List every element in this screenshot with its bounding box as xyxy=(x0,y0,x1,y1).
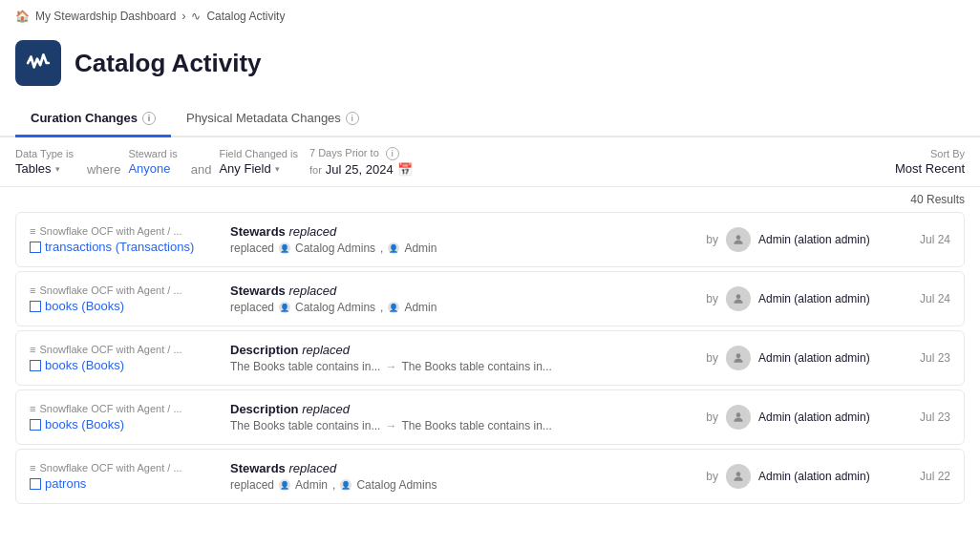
source-path-text: Snowflake OCF with Agent / ... xyxy=(39,225,181,237)
filter-steward-label: Steward is xyxy=(128,148,177,159)
svg-point-3 xyxy=(736,412,741,417)
tab-physical-info[interactable]: i xyxy=(346,112,359,125)
change-detail: replaced 👤 Admin , 👤 Catalog Admins xyxy=(230,478,683,492)
by-name: Admin (alation admin) xyxy=(758,470,870,483)
tab-curation[interactable]: Curation Changes i xyxy=(15,101,171,137)
table-grid-icon xyxy=(30,478,41,490)
schema-icon: ≡ xyxy=(30,284,35,296)
filter-data-type-value: Tables xyxy=(15,161,52,176)
breadcrumb-current: Catalog Activity xyxy=(206,10,285,23)
activity-by: by Admin (alation admin) xyxy=(692,286,884,311)
filter-period-info[interactable]: i xyxy=(386,147,399,160)
table-link[interactable]: transactions (Transactions) xyxy=(30,240,221,254)
table-name: patrons xyxy=(45,476,86,491)
source-path: ≡ Snowflake OCF with Agent / ... xyxy=(30,225,221,237)
arrow-icon: → xyxy=(385,419,396,432)
by-label: by xyxy=(706,410,718,424)
home-icon: 🏠 xyxy=(15,10,30,23)
by-label: by xyxy=(706,292,718,305)
page-title: Catalog Activity xyxy=(75,49,262,78)
change-field-name: Stewards xyxy=(230,461,286,475)
filter-field-dropdown[interactable]: Any Field ▾ xyxy=(219,161,298,176)
tabs-container: Curation Changes i Physical Metadata Cha… xyxy=(0,101,980,137)
filter-field-value: Any Field xyxy=(219,161,270,176)
avatar xyxy=(726,286,751,311)
source-path-text: Snowflake OCF with Agent / ... xyxy=(39,344,181,355)
results-count: 40 Results xyxy=(910,193,965,206)
filter-steward: Steward is Anyone xyxy=(128,148,177,176)
change-detail: The Books table contains in... → The Boo… xyxy=(230,360,683,373)
avatar-icon xyxy=(732,470,745,483)
activity-date: Jul 23 xyxy=(893,351,950,365)
activity-change: Stewards replaced replaced 👤 Catalog Adm… xyxy=(230,224,683,255)
user-icon-0: 👤 xyxy=(279,302,290,313)
tab-physical[interactable]: Physical Metadata Changes i xyxy=(171,101,374,137)
avatar xyxy=(726,346,751,370)
filter-date-group: 7 Days Prior to i for Jul 25, 2024 📅 xyxy=(309,147,418,177)
activity-source: ≡ Snowflake OCF with Agent / ... books (… xyxy=(30,344,221,372)
activity-date: Jul 24 xyxy=(893,292,950,305)
change-from: The Books table contains in... xyxy=(230,419,380,432)
activity-by: by Admin (alation admin) xyxy=(692,227,884,252)
filter-field-label: Field Changed is xyxy=(219,148,298,159)
filter-steward-value[interactable]: Anyone xyxy=(128,161,177,176)
table-link[interactable]: patrons xyxy=(30,476,221,491)
svg-point-2 xyxy=(736,353,741,358)
tab-physical-label: Physical Metadata Changes xyxy=(186,111,341,125)
source-path: ≡ Snowflake OCF with Agent / ... xyxy=(30,344,221,355)
activity-date: Jul 22 xyxy=(893,470,950,483)
by-name: Admin (alation admin) xyxy=(758,233,870,246)
schema-icon: ≡ xyxy=(30,403,35,414)
table-link[interactable]: books (Books) xyxy=(30,358,221,372)
activity-row: ≡ Snowflake OCF with Agent / ... transac… xyxy=(15,212,965,267)
breadcrumb: 🏠 My Stewardship Dashboard › ∿ Catalog A… xyxy=(0,0,980,29)
table-link[interactable]: books (Books) xyxy=(30,417,221,431)
filter-date-picker[interactable]: Jul 25, 2024 📅 xyxy=(326,162,413,177)
user-icon-0: 👤 xyxy=(279,242,290,254)
table-grid-icon xyxy=(30,242,41,253)
breadcrumb-home-link[interactable]: My Stewardship Dashboard xyxy=(35,10,176,23)
activity-source: ≡ Snowflake OCF with Agent / ... books (… xyxy=(30,403,221,431)
filter-period: 7 Days Prior to i for Jul 25, 2024 📅 xyxy=(309,147,413,177)
activity-row: ≡ Snowflake OCF with Agent / ... books (… xyxy=(15,389,965,445)
avatar-icon xyxy=(732,292,745,305)
change-person-0: Admin xyxy=(295,478,328,492)
table-link[interactable]: books (Books) xyxy=(30,299,221,313)
change-field-name: Stewards xyxy=(230,284,286,298)
breadcrumb-separator: › xyxy=(181,10,185,23)
page-icon-wrapper xyxy=(15,40,61,86)
results-bar: 40 Results xyxy=(0,187,980,212)
filter-period-label: 7 Days Prior to i xyxy=(309,147,413,160)
filter-data-type-label: Data Type is xyxy=(15,148,74,159)
activity-change: Description replaced The Books table con… xyxy=(230,343,683,373)
table-name: books (Books) xyxy=(45,358,124,372)
activity-change: Stewards replaced replaced 👤 Catalog Adm… xyxy=(230,284,683,314)
tab-curation-info[interactable]: i xyxy=(142,112,156,125)
page-header: Catalog Activity xyxy=(0,29,980,101)
activity-source: ≡ Snowflake OCF with Agent / ... patrons xyxy=(30,462,221,491)
user-icon-1: 👤 xyxy=(340,479,352,491)
svg-point-4 xyxy=(736,472,741,476)
change-action-replaced: replaced xyxy=(230,301,274,314)
activity-date: Jul 23 xyxy=(893,410,950,424)
schema-icon: ≡ xyxy=(30,462,35,473)
source-path-text: Snowflake OCF with Agent / ... xyxy=(39,462,181,473)
change-action: replaced xyxy=(302,402,350,416)
filter-data-type-dropdown[interactable]: Tables ▾ xyxy=(15,161,74,176)
activity-date: Jul 24 xyxy=(893,233,950,246)
sort-value[interactable]: Most Recent xyxy=(895,161,965,176)
avatar-icon xyxy=(732,410,745,424)
filter-field: Field Changed is Any Field ▾ xyxy=(219,148,298,176)
filter-data-type: Data Type is Tables ▾ xyxy=(15,148,74,176)
arrow-icon: → xyxy=(385,360,396,373)
by-name: Admin (alation admin) xyxy=(758,410,870,424)
change-action: replaced xyxy=(302,343,350,357)
filter-bar: Data Type is Tables ▾ where Steward is A… xyxy=(0,137,980,187)
user-icon-0: 👤 xyxy=(279,479,290,491)
activity-by: by Admin (alation admin) xyxy=(692,405,884,430)
schema-icon: ≡ xyxy=(30,225,35,237)
avatar xyxy=(726,405,751,430)
avatar-icon xyxy=(732,351,745,365)
filter-field-chevron: ▾ xyxy=(275,164,280,174)
table-grid-icon xyxy=(30,419,41,431)
